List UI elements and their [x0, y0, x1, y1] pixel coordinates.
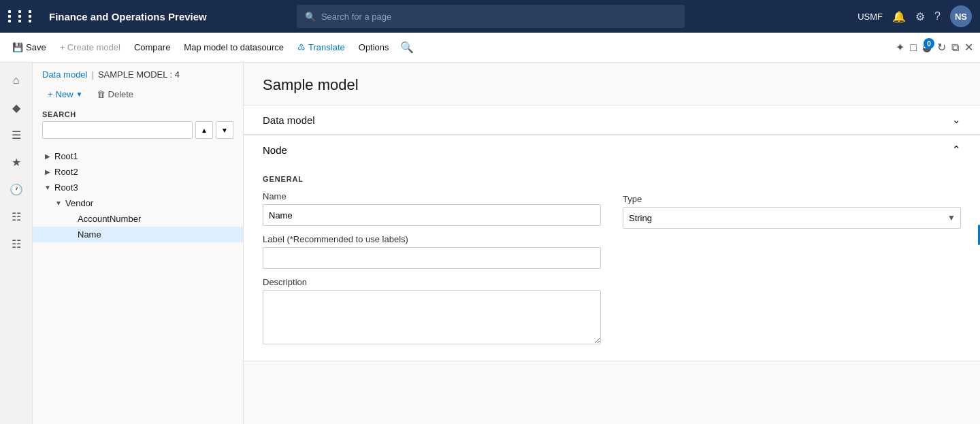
compare-button[interactable]: Compare [129, 39, 176, 55]
global-search[interactable]: 🔍 Search for a page [297, 5, 685, 28]
tree-item-vendor[interactable]: ▼ Vendor [33, 195, 243, 211]
search-down-button[interactable]: ▼ [216, 121, 233, 139]
tree-arrow-root1: ▶ [42, 152, 53, 160]
search-toolbar-icon[interactable]: 🔍 [397, 38, 416, 56]
top-nav: Finance and Operations Preview 🔍 Search … [0, 0, 980, 33]
node-section-content: GENERAL Name Label (*Recommended to use … [244, 164, 980, 361]
description-label: Description [263, 277, 601, 287]
form-left-col: GENERAL Name Label (*Recommended to use … [263, 175, 601, 344]
node-section-title: Node [263, 144, 287, 156]
new-label: New [56, 89, 74, 99]
tree-item-root2[interactable]: ▶ Root2 [33, 164, 243, 180]
general-label: GENERAL [263, 175, 601, 183]
data-model-collapse-icon: ⌄ [952, 114, 961, 126]
type-field-label: Type [623, 194, 961, 204]
create-model-button[interactable]: + Create model [54, 39, 126, 55]
breadcrumb: Data model | SAMPLE MODEL : 4 [33, 63, 243, 84]
tree-label-root3: Root3 [54, 182, 78, 193]
search-row: ▲ ▼ [42, 121, 233, 139]
help-icon[interactable]: ? [934, 10, 941, 22]
open-new-icon[interactable]: ⧉ [951, 42, 959, 54]
main-content: Sample model Data model ⌄ Node ⌃ GENERAL… [244, 63, 980, 424]
avatar[interactable]: NS [950, 5, 972, 27]
badge-wrap: ◕ 0 [922, 41, 932, 54]
type-field-group: Type String Integer Real Date DateTime G… [623, 194, 961, 229]
search-input[interactable] [42, 121, 193, 139]
close-icon[interactable]: ✕ [964, 41, 973, 54]
app-grid-icon[interactable] [8, 10, 37, 22]
save-button[interactable]: 💾 Save [7, 39, 52, 55]
type-select[interactable]: String Integer Real Date DateTime Guid I… [623, 207, 961, 229]
search-section: SEARCH ▲ ▼ [33, 108, 243, 146]
options-button[interactable]: Options [353, 39, 395, 55]
new-button[interactable]: + New ▼ [42, 86, 88, 102]
label-field-group: Label (*Recommended to use labels) [263, 234, 601, 269]
tree-label-vendor: Vendor [65, 198, 93, 208]
tree-item-accountnumber[interactable]: ▶ AccountNumber [33, 211, 243, 227]
new-dropdown-icon[interactable]: ▼ [76, 91, 83, 98]
notification-icon[interactable]: 🔔 [892, 10, 906, 23]
sidebar-icons: ⌂ ◆ ☰ ★ 🕐 ☷ ☷ [0, 63, 33, 424]
description-field[interactable] [263, 290, 601, 344]
refresh-icon[interactable]: ↻ [937, 41, 946, 54]
data-model-section-header[interactable]: Data model ⌄ [244, 105, 980, 135]
delete-icon: 🗑 [97, 89, 105, 99]
fullscreen-icon[interactable]: □ [910, 42, 917, 54]
tree-container: ▶ Root1 ▶ Root2 ▼ Root3 ▼ Vendor ▶ Accou… [33, 146, 243, 424]
node-collapse-icon: ⌃ [952, 144, 961, 156]
label-field-label: Label (*Recommended to use labels) [263, 234, 601, 244]
page-title: Sample model [244, 63, 980, 105]
search-placeholder: Search for a page [321, 12, 391, 22]
form-grid: GENERAL Name Label (*Recommended to use … [263, 175, 961, 344]
sidebar-favorites-icon[interactable]: ★ [4, 150, 29, 174]
map-model-button[interactable]: Map model to datasource [178, 39, 289, 55]
search-icon: 🔍 [305, 12, 316, 22]
name-field-label: Name [263, 191, 601, 201]
search-up-button[interactable]: ▲ [195, 121, 213, 139]
save-icon: 💾 [12, 42, 23, 52]
breadcrumb-current: SAMPLE MODEL : 4 [98, 69, 180, 80]
new-icon: + [48, 89, 53, 99]
node-section-header[interactable]: Node ⌃ [244, 135, 980, 164]
main-layout: ⌂ ◆ ☰ ★ 🕐 ☷ ☷ Data model | SAMPLE MODEL … [0, 63, 980, 424]
tree-item-root1[interactable]: ▶ Root1 [33, 148, 243, 164]
sidebar-filter-icon[interactable]: ◆ [4, 95, 29, 120]
toolbar: 💾 Save + Create model Compare Map model … [0, 33, 980, 63]
notification-badge: 0 [924, 38, 934, 49]
name-field-group: Name [263, 191, 601, 226]
search-label: SEARCH [42, 110, 233, 118]
type-select-wrap: String Integer Real Date DateTime Guid I… [623, 207, 961, 229]
form-right-col: Type String Integer Real Date DateTime G… [623, 175, 961, 344]
sidebar-workspace-icon[interactable]: ☷ [4, 204, 29, 229]
company-selector[interactable]: USMF [858, 12, 883, 22]
tree-item-root3[interactable]: ▼ Root3 [33, 180, 243, 195]
personalization-icon[interactable]: ✦ [896, 41, 904, 54]
tree-label-root1: Root1 [54, 151, 78, 161]
name-field[interactable] [263, 204, 601, 226]
breadcrumb-link[interactable]: Data model [42, 69, 87, 80]
app-title: Finance and Operations Preview [49, 11, 207, 22]
left-panel: Data model | SAMPLE MODEL : 4 + New ▼ 🗑 … [33, 63, 244, 424]
translate-icon: ♳ [297, 42, 306, 52]
data-model-section-title: Data model [263, 114, 315, 126]
translate-button[interactable]: ♳ Translate [292, 39, 350, 55]
description-field-group: Description [263, 277, 601, 344]
tree-arrow-vendor: ▼ [53, 199, 64, 207]
settings-icon[interactable]: ⚙ [915, 10, 925, 23]
sidebar-menu-icon[interactable]: ☰ [4, 123, 29, 147]
toolbar-right: ✦ □ ◕ 0 ↻ ⧉ ✕ [896, 41, 973, 54]
sidebar-list-icon[interactable]: ☷ [4, 231, 29, 256]
tree-label-accountnumber: AccountNumber [78, 214, 141, 224]
tree-arrow-root3: ▼ [42, 184, 53, 191]
delete-button[interactable]: 🗑 Delete [91, 86, 140, 102]
sidebar-history-icon[interactable]: 🕐 [4, 177, 29, 201]
label-field[interactable] [263, 247, 601, 269]
breadcrumb-separator: | [91, 69, 93, 80]
delete-label: Delete [108, 89, 134, 99]
tree-item-name[interactable]: ▶ Name [33, 227, 243, 242]
top-nav-right: USMF 🔔 ⚙ ? NS [858, 5, 972, 27]
sidebar-home-icon[interactable]: ⌂ [4, 68, 29, 93]
tree-label-name: Name [78, 229, 101, 240]
tree-arrow-root2: ▶ [42, 168, 53, 176]
panel-toolbar: + New ▼ 🗑 Delete [33, 84, 243, 108]
